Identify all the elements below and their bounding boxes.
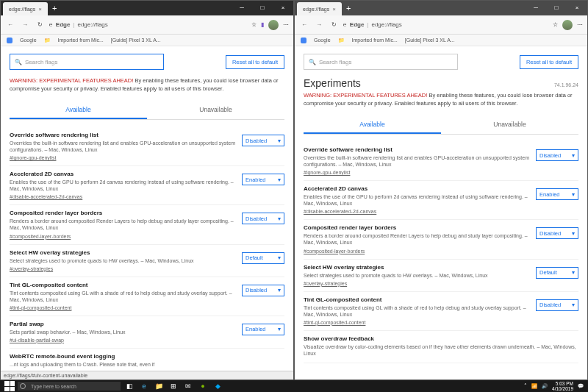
folder-icon: 📁 bbox=[44, 38, 51, 43]
flag-select[interactable]: Default▾ bbox=[242, 252, 284, 264]
reset-all-button[interactable]: Reset all to default bbox=[520, 55, 578, 69]
app-icon[interactable]: ✉ bbox=[182, 381, 194, 391]
address-bar[interactable]: ℮ Edge | edge://flags bbox=[343, 21, 548, 28]
flag-title: Tint GL-composited content bbox=[304, 296, 530, 303]
chevron-down-icon: ▾ bbox=[278, 326, 281, 332]
app-icon[interactable]: e bbox=[138, 381, 150, 391]
app-icon[interactable]: ◆ bbox=[212, 381, 223, 391]
forward-button[interactable]: → bbox=[20, 20, 30, 30]
flag-description: Tint contents composited using GL with a… bbox=[10, 290, 236, 303]
notifications-icon[interactable]: 💬 bbox=[578, 383, 584, 389]
tab-available[interactable]: Available bbox=[304, 116, 441, 134]
flag-description: Enables the use of the GPU to perform 2d… bbox=[304, 193, 530, 207]
profile-avatar[interactable] bbox=[562, 20, 573, 30]
favorite-icon[interactable]: ☆ bbox=[251, 21, 257, 28]
tab-unavailable[interactable]: Unavailable bbox=[147, 101, 284, 119]
extension-icon[interactable]: ▮ bbox=[261, 21, 264, 28]
flag-anchor-link[interactable]: #overlay-strategies bbox=[304, 281, 347, 286]
close-button[interactable]: × bbox=[273, 1, 293, 15]
flag-anchor-link[interactable]: #disable-accelerated-2d-canvas bbox=[10, 194, 82, 199]
flag-anchor-link[interactable]: #ui-disable-partial-swap bbox=[10, 338, 64, 343]
flag-item: Tint GL-composited content Tint contents… bbox=[10, 277, 284, 316]
task-view-icon[interactable]: ◧ bbox=[123, 381, 135, 391]
flag-anchor-link[interactable]: #ignore-gpu-denylist bbox=[10, 155, 56, 160]
flag-title: Accelerated 2D canvas bbox=[304, 185, 530, 192]
bookmark-item[interactable]: Google bbox=[20, 38, 37, 43]
flag-item: Composited render layer borders Renders … bbox=[10, 205, 284, 244]
minimize-button[interactable]: ─ bbox=[232, 1, 252, 15]
browser-tab[interactable]: edge://flags × bbox=[297, 2, 342, 15]
flag-item: Override software rendering list Overrid… bbox=[10, 127, 284, 166]
app-icon[interactable]: 📁 bbox=[153, 381, 165, 391]
back-button[interactable]: ← bbox=[5, 20, 15, 30]
warning-text: WARNING: EXPERIMENTAL FEATURES AHEAD! By… bbox=[304, 92, 578, 107]
flag-anchor-link[interactable]: #composited-layer-borders bbox=[10, 234, 71, 239]
search-input[interactable]: 🔍 Search flags bbox=[10, 54, 164, 70]
bookmarks-bar: Google 📁Imported from Mic... [Guide] Pix… bbox=[1, 35, 293, 46]
version-text: 74.1.96.24 bbox=[554, 82, 578, 88]
app-icon[interactable]: ● bbox=[197, 381, 209, 391]
new-tab-button[interactable]: + bbox=[346, 4, 351, 13]
tab-available[interactable]: Available bbox=[10, 101, 147, 119]
page-title: Experiments bbox=[304, 77, 361, 89]
flag-select[interactable]: Enabled▾ bbox=[242, 324, 284, 335]
flag-select[interactable]: Enabled▾ bbox=[536, 188, 578, 200]
menu-icon[interactable]: ⋯ bbox=[577, 21, 583, 28]
flag-anchor-link[interactable]: #ignore-gpu-denylist bbox=[304, 170, 350, 175]
flag-anchor-link[interactable]: #disable-accelerated-2d-canvas bbox=[304, 209, 376, 214]
flag-title: Partial swap bbox=[10, 321, 236, 327]
chevron-down-icon: ▾ bbox=[278, 287, 281, 293]
system-tray[interactable]: ˄ 📶 🔊 5:03 PM 4/10/2019 💬 bbox=[524, 381, 584, 391]
close-icon[interactable]: × bbox=[332, 6, 336, 13]
bookmark-item[interactable]: Google bbox=[314, 38, 331, 43]
close-icon[interactable]: × bbox=[38, 6, 42, 13]
flag-anchor-link[interactable]: #composited-layer-borders bbox=[304, 249, 365, 254]
flag-select[interactable]: Enabled▾ bbox=[242, 174, 284, 185]
volume-icon[interactable]: 🔊 bbox=[542, 383, 548, 389]
taskbar-search[interactable]: Type here to search bbox=[18, 382, 121, 391]
flag-anchor-link[interactable]: #overlay-strategies bbox=[10, 266, 53, 271]
forward-button[interactable]: → bbox=[314, 20, 324, 30]
maximize-button[interactable]: □ bbox=[252, 1, 273, 15]
flag-anchor-link[interactable]: #tint-gl-composited-content bbox=[304, 320, 365, 325]
browser-window-left: edge://flags × + ─ □ × ← → ↻ ℮ Edge | ed… bbox=[0, 0, 294, 380]
titlebar: edge://flags × + ─ □ × bbox=[1, 1, 293, 15]
maximize-button[interactable]: □ bbox=[546, 1, 567, 15]
flag-title: Select HW overlay strategies bbox=[304, 264, 530, 271]
minimize-button[interactable]: ─ bbox=[526, 1, 546, 15]
flag-select[interactable]: Disabled▾ bbox=[536, 149, 578, 161]
flag-description: Renders a border around composited Rende… bbox=[304, 232, 530, 246]
bookmark-item[interactable]: Imported from Mic... bbox=[58, 38, 104, 43]
menu-icon[interactable]: ⋯ bbox=[283, 21, 289, 28]
refresh-button[interactable]: ↻ bbox=[329, 20, 339, 30]
bookmark-item[interactable]: [Guide] Pixel 3 XL A... bbox=[111, 38, 161, 43]
refresh-button[interactable]: ↻ bbox=[35, 20, 45, 30]
flag-select[interactable]: Default▾ bbox=[536, 267, 578, 279]
network-icon[interactable]: 📶 bbox=[531, 383, 537, 389]
flag-anchor-link[interactable]: #tint-gl-composited-content bbox=[10, 305, 71, 310]
site-identity-icon: ℮ bbox=[49, 21, 53, 28]
flag-select[interactable]: Disabled▾ bbox=[242, 285, 284, 296]
bookmark-item[interactable]: [Guide] Pixel 3 XL A... bbox=[405, 38, 455, 43]
back-button[interactable]: ← bbox=[299, 20, 309, 30]
flag-select[interactable]: Disabled▾ bbox=[536, 227, 578, 239]
tab-unavailable[interactable]: Unavailable bbox=[441, 116, 578, 134]
new-tab-button[interactable]: + bbox=[52, 4, 57, 13]
address-bar[interactable]: ℮ Edge | edge://flags bbox=[49, 21, 247, 28]
clock[interactable]: 5:03 PM 4/10/2019 bbox=[552, 381, 573, 391]
reset-all-button[interactable]: Reset all to default bbox=[226, 55, 284, 69]
flag-select[interactable]: Disabled▾ bbox=[242, 135, 284, 146]
flag-select[interactable]: Disabled▾ bbox=[242, 213, 284, 224]
bookmark-item[interactable]: Imported from Mic... bbox=[352, 38, 398, 43]
flags-tabs: Available Unavailable bbox=[304, 116, 578, 135]
app-icon[interactable]: ⊞ bbox=[168, 381, 179, 391]
browser-tab[interactable]: edge://flags × bbox=[3, 2, 48, 15]
tray-icon[interactable]: ˄ bbox=[524, 383, 527, 389]
flag-description: Enables the use of the GPU to perform 2d… bbox=[10, 179, 236, 192]
favorite-icon[interactable]: ☆ bbox=[553, 21, 558, 28]
search-input[interactable]: 🔍 Search flags bbox=[304, 54, 458, 70]
flag-select[interactable]: Disabled▾ bbox=[536, 299, 578, 311]
close-button[interactable]: × bbox=[567, 1, 587, 15]
start-button[interactable] bbox=[4, 381, 15, 391]
profile-avatar[interactable] bbox=[268, 20, 279, 30]
